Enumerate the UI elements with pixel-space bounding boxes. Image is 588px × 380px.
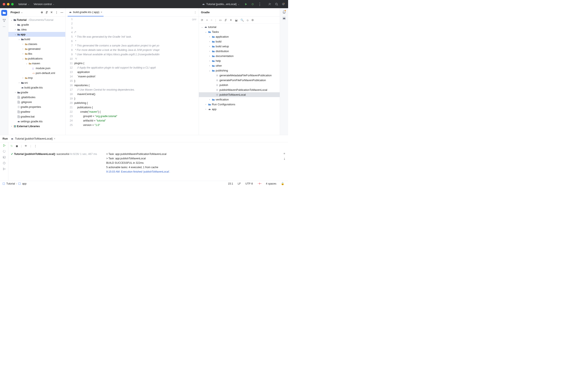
gradle-item-tutorial[interactable]: ⌄tutorial [199,25,280,29]
offline-icon[interactable]: ⦸ [247,19,249,22]
expand-arrow-icon[interactable]: › [208,60,211,62]
gradle-item-other[interactable]: ›other [199,63,280,68]
lock-icon[interactable]: 🔓 [280,182,285,185]
code-editor[interactable]: 1234567891011121314151617181920212223242… [66,17,199,135]
expand-arrow-icon[interactable]: › [21,48,24,50]
expand-arrow-icon[interactable]: ⌄ [204,31,207,33]
debug-icon[interactable] [251,3,254,6]
tree-item-gradle[interactable]: ›gradle [8,90,65,95]
gradle-item-publishing[interactable]: ⌄publishing [199,68,280,73]
minimize-window-button[interactable] [7,3,9,5]
gradle-item-Run-Configurations[interactable]: ›Run Configurations [199,102,280,107]
tree-item-gradle-properties[interactable]: gradle.properties [8,104,65,109]
editor-tab[interactable]: build.gradle.kts (:app) × [68,8,104,16]
download-icon[interactable]: ⬓ [235,19,237,22]
analyze-icon[interactable]: 🔍 [240,19,244,22]
add-icon[interactable]: + [206,19,208,22]
tasks-icon[interactable]: ▭ [219,19,222,22]
encoding[interactable]: UTF-8 [244,182,254,185]
hide-icon[interactable]: ✕ [50,11,53,14]
expand-arrow-icon[interactable]: › [18,81,20,84]
tree-item-maven[interactable]: ⌄maven [8,61,65,66]
gradle-item-help[interactable]: ›help [199,58,280,63]
gradle-item-publish[interactable]: publish [199,83,280,87]
expand-arrow-icon[interactable]: › [208,45,211,47]
more-icon[interactable]: ⋮ [55,11,58,14]
tree-item--gradle[interactable]: ›.gradle [8,22,65,27]
rerun-icon[interactable]: ↻ [11,144,13,148]
expand-arrow-icon[interactable]: › [208,64,211,67]
rerun-icon[interactable] [3,150,6,153]
run-icon[interactable] [244,3,247,6]
gradle-item-publishMavenPublicationToMavenLocal[interactable]: publishMavenPublicationToMavenLocal [199,87,280,92]
tree-item-gradlew[interactable]: gradlew [8,109,65,114]
close-icon[interactable]: × [54,137,55,140]
vcs-dropdown[interactable]: Version control ⌄ [32,2,56,6]
tree-item-app[interactable]: ⌄app [8,32,65,37]
more-icon[interactable]: ⋯ [3,25,5,28]
tree-item-build-gradle-kts[interactable]: build.gradle.kts [8,85,65,90]
gradle-tree[interactable]: ⌄tutorial⌄Tasks›application›build›build … [199,24,280,135]
expand-arrow-icon[interactable]: ⌄ [10,19,13,21]
expand-arrow-icon[interactable]: › [204,108,207,110]
settings-icon[interactable]: ⚙ [251,19,254,22]
chevron-down-icon[interactable]: ⌄ [21,11,23,14]
tree-item-gradlew-bat[interactable]: gradlew.bat [8,114,65,119]
add-person-icon[interactable] [268,3,271,6]
expand-arrow-icon[interactable]: ⌄ [21,57,24,60]
refresh-icon[interactable]: ⟳ [201,19,203,22]
project-tree[interactable]: ⌄Tutorial~/Documents/Tutorial›.gradle›.i… [8,17,65,135]
gradle-item-documentation[interactable]: ›documentation [199,54,280,58]
expand-arrow-icon[interactable]: › [204,103,207,106]
tree-item-generated[interactable]: ›generated [8,46,65,51]
gradle-tool-button[interactable] [283,17,286,20]
gradle-item-Tasks[interactable]: ⌄Tasks [199,29,280,34]
gradle-item-build-setup[interactable]: ›build setup [199,44,280,49]
indent[interactable]: 4 spaces [265,182,278,185]
gradle-item-generatePomFileForMavenPublication[interactable]: generatePomFileForMavenPublication [199,78,280,83]
expand-arrow-icon[interactable]: › [14,91,17,94]
breadcrumb[interactable]: Tutorial › app [2,182,26,185]
gradle-item-generateMetadataFileForMavenPublication[interactable]: generateMetadataFileForMavenPublication [199,73,280,78]
search-icon[interactable] [275,3,278,6]
expand-arrow-icon[interactable]: › [21,43,24,45]
tree-item-Tutorial[interactable]: ⌄Tutorial~/Documents/Tutorial [8,18,65,22]
close-tab-icon[interactable]: × [101,11,102,14]
project-tool-button[interactable] [1,10,7,16]
error-stripe-icon[interactable]: ⊣⊢ [256,182,263,185]
tree-item-module-json[interactable]: {}module.json [8,66,65,71]
cursor-position[interactable]: 15:1 [227,182,234,185]
close-icon[interactable]: ✕ [230,19,232,22]
tree-item-src[interactable]: ›src [8,80,65,85]
run-config-tab[interactable]: Tutorial [publishToMavenLocal] × [11,137,55,140]
select-opened-file-icon[interactable]: ⊕ [41,11,43,14]
run-output[interactable]: > Task :app:publishMavenPublicationToMav… [104,150,281,181]
expand-all-icon[interactable]: ⇵ [46,11,48,14]
run-icon[interactable] [3,144,6,147]
tree-item-publications[interactable]: ⌄publications [8,56,65,61]
tree-item-settings-gradle-kts[interactable]: settings.gradle.kts [8,119,65,124]
expand-arrow-icon[interactable]: › [208,40,211,43]
expand-arrow-icon[interactable]: ⌄ [208,69,211,72]
expand-arrow-icon[interactable]: › [208,50,211,52]
show-icon[interactable]: 👁 [25,144,27,148]
more-icon[interactable]: ⋮ [194,11,196,14]
notifications-icon[interactable] [282,10,286,14]
expand-arrow-icon[interactable]: › [21,53,24,55]
expand-arrow-icon[interactable]: ⌄ [25,62,28,64]
gradle-item-verification[interactable]: ›verification [199,97,280,102]
soft-wrap-icon[interactable]: ≡ [284,152,285,155]
expand-arrow-icon[interactable]: › [208,55,211,57]
expand-arrow-icon[interactable]: › [10,125,13,127]
structure-tool-icon[interactable] [2,19,6,22]
run-config-selector[interactable]: Tutorial [publis...enLocal] ⌄ [200,2,241,6]
tree-item-build[interactable]: ⌄build [8,37,65,42]
editor-content[interactable]: OFF /* * This file was generated by the … [74,17,199,135]
tree-item-classes[interactable]: ›classes [8,42,65,46]
tree-item-libs[interactable]: ›libs [8,51,65,56]
expand-arrow-icon[interactable]: › [208,98,211,101]
close-window-button[interactable] [3,3,5,5]
gradle-item-publishToMavenLocal[interactable]: publishToMavenLocal [199,92,280,97]
expand-arrow-icon[interactable]: › [14,23,17,26]
more-icon[interactable]: ⋮ [258,2,262,6]
